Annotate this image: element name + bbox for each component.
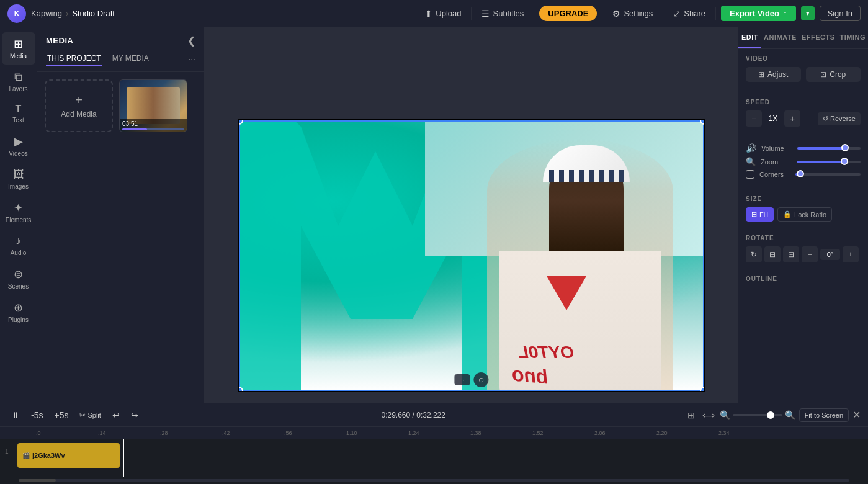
sidebar-item-audio[interactable]: ♪ Audio bbox=[2, 230, 35, 261]
zoom-expand-button[interactable]: ⟺ bbox=[700, 408, 717, 423]
subtitles-button[interactable]: ☰ Subtitles bbox=[477, 6, 529, 21]
sidebar-item-scenes[interactable]: ⊜ Scenes bbox=[2, 262, 35, 295]
tab-effects[interactable]: EFFECTS bbox=[799, 27, 838, 48]
speed-minus-button[interactable]: − bbox=[746, 110, 762, 127]
speed-plus-button[interactable]: + bbox=[784, 110, 800, 127]
zoom-thumb-timeline[interactable] bbox=[767, 411, 774, 419]
handle-bottom-left[interactable] bbox=[238, 387, 243, 392]
tab-my-media[interactable]: MY MEDIA bbox=[111, 52, 150, 66]
canvas-ctrl-dots[interactable]: ··· bbox=[454, 374, 470, 385]
undo-button[interactable]: ↩ bbox=[109, 408, 123, 423]
sidebar-item-images[interactable]: 🖼 Images bbox=[2, 163, 35, 195]
navbar: K Kapwing › Studio Draft ⬆ Upload ☰ Subt… bbox=[0, 0, 868, 27]
zoom-slider[interactable] bbox=[797, 161, 861, 163]
sidebar-item-plugins[interactable]: ⊕ Plugins bbox=[2, 296, 35, 328]
corners-slider[interactable] bbox=[795, 173, 861, 176]
settings-button[interactable]: ⚙ Settings bbox=[607, 6, 658, 21]
track-clip[interactable]: 🎬 j2Gka3Wv bbox=[17, 443, 120, 468]
upload-icon: ⬆ bbox=[425, 9, 432, 19]
minus5-button[interactable]: -5s bbox=[27, 408, 47, 423]
divider bbox=[471, 7, 472, 20]
divider bbox=[534, 7, 534, 20]
tab-timing[interactable]: TIMING bbox=[838, 27, 869, 48]
rotate-plus-button[interactable]: + bbox=[843, 246, 859, 262]
adjust-button[interactable]: ⊞ Adjust bbox=[746, 67, 801, 82]
speed-section-title: SPEED bbox=[746, 99, 861, 105]
fit-to-screen-button[interactable]: Fit to Screen bbox=[799, 408, 849, 422]
clip-icon: 🎬 bbox=[22, 452, 30, 459]
settings-icon: ⚙ bbox=[612, 9, 620, 19]
zoom-out-button[interactable]: 🔍 bbox=[720, 410, 730, 420]
signin-button[interactable]: Sign In bbox=[820, 6, 861, 21]
upgrade-button[interactable]: UPGRADE bbox=[539, 6, 597, 21]
sidebar-item-media[interactable]: ⊞ Media bbox=[2, 32, 35, 65]
fill-button[interactable]: ⊞ Fill bbox=[746, 207, 774, 222]
close-timeline-button[interactable]: ✕ bbox=[852, 409, 861, 421]
ruler-mark: :42 bbox=[222, 430, 284, 436]
app-logo: K bbox=[7, 4, 26, 23]
export-button[interactable]: Export Video ↑ bbox=[721, 6, 795, 21]
reverse-button[interactable]: ↺ Reverse bbox=[818, 112, 861, 125]
ruler-mark: :14 bbox=[98, 430, 160, 436]
split-button[interactable]: ✂ Split bbox=[76, 408, 104, 422]
tab-animate[interactable]: ANIMATE bbox=[761, 27, 799, 48]
images-icon: 🖼 bbox=[13, 168, 24, 181]
play-pause-button[interactable]: ⏸ bbox=[7, 408, 24, 423]
zoom-slider-timeline[interactable] bbox=[733, 414, 782, 416]
zoom-cluster-button[interactable]: ⊞ bbox=[685, 408, 697, 423]
sidebar-item-text[interactable]: T Text bbox=[2, 99, 35, 128]
media-tabs: THIS PROJECT MY MEDIA ··· bbox=[37, 52, 204, 72]
redo-button[interactable]: ↪ bbox=[127, 408, 142, 423]
timeline-track-area: 1 🎬 j2Gka3Wv bbox=[0, 439, 868, 477]
ruler-mark: :56 bbox=[284, 430, 346, 436]
sidebar-item-label: Videos bbox=[9, 150, 27, 157]
share-icon: ⤢ bbox=[673, 9, 681, 19]
volume-thumb[interactable] bbox=[841, 144, 849, 151]
clip-label: j2Gka3Wv bbox=[32, 452, 65, 459]
flip-h-button[interactable]: ⊟ bbox=[764, 246, 781, 262]
corners-icon bbox=[746, 170, 754, 179]
flip-v-button[interactable]: ⊟ bbox=[783, 246, 799, 262]
canvas-frame[interactable]: OYT0L bno bbox=[238, 119, 705, 392]
speed-section: SPEED − 1X + ↺ Reverse bbox=[738, 92, 868, 137]
canvas-playhead-btn[interactable]: ⊙ bbox=[473, 372, 488, 387]
volume-slider[interactable] bbox=[797, 147, 861, 150]
tab-this-project[interactable]: THIS PROJECT bbox=[46, 52, 102, 66]
crop-button[interactable]: ⊡ Crop bbox=[806, 67, 861, 82]
media-tab-more[interactable]: ··· bbox=[188, 54, 195, 64]
timeline-scroll bbox=[0, 477, 868, 484]
media-panel-close-button[interactable]: ❮ bbox=[187, 35, 195, 47]
zoom-thumb[interactable] bbox=[841, 158, 848, 165]
canvas-bottom-controls: ··· ⊙ bbox=[454, 372, 488, 387]
playhead[interactable] bbox=[123, 439, 124, 477]
tab-edit[interactable]: EDIT bbox=[738, 27, 761, 48]
person-area: OYT0L bno bbox=[487, 139, 673, 392]
upload-button[interactable]: ⬆ Upload bbox=[420, 6, 466, 21]
sidebar-item-videos[interactable]: ▶ Videos bbox=[2, 130, 35, 162]
sidebar-item-label: Layers bbox=[9, 86, 27, 92]
export-caret-button[interactable]: ▾ bbox=[801, 6, 815, 20]
corners-thumb[interactable] bbox=[797, 170, 804, 177]
add-media-button[interactable]: + Add Media bbox=[45, 79, 113, 132]
thumb-name: 🎬 j2Gka3Wv bbox=[120, 132, 187, 132]
lock-ratio-button[interactable]: 🔒 Lock Ratio bbox=[777, 207, 832, 222]
rotate-minus-button[interactable]: − bbox=[802, 246, 818, 262]
scroll-thumb[interactable] bbox=[19, 479, 56, 482]
rotate-cw-button[interactable]: ↻ bbox=[746, 246, 762, 262]
handle-bottom-right[interactable] bbox=[700, 387, 705, 392]
scroll-track[interactable] bbox=[19, 479, 849, 482]
volume-label: Volume bbox=[761, 145, 792, 152]
zoom-in-button[interactable]: 🔍 bbox=[785, 410, 795, 420]
media-thumbnail[interactable]: 03:51 🎬 j2Gka3Wv bbox=[119, 79, 187, 132]
thumb-overlay: 03:51 bbox=[120, 119, 187, 132]
red-shape bbox=[547, 276, 586, 310]
split-icon: ✂ bbox=[79, 411, 86, 419]
ruler-mark: 2:34 bbox=[718, 430, 781, 436]
ruler-mark: :28 bbox=[160, 430, 222, 436]
plus5-button[interactable]: +5s bbox=[50, 408, 72, 423]
sidebar-item-layers[interactable]: ⧉ Layers bbox=[2, 66, 35, 97]
sidebar-item-elements[interactable]: ✦ Elements bbox=[2, 196, 35, 228]
timeline-ruler: :0 :14 :28 :42 :56 1:10 1:24 1:38 1:52 2… bbox=[0, 427, 868, 439]
share-button[interactable]: ⤢ Share bbox=[668, 6, 710, 21]
export-icon: ↑ bbox=[783, 9, 787, 18]
